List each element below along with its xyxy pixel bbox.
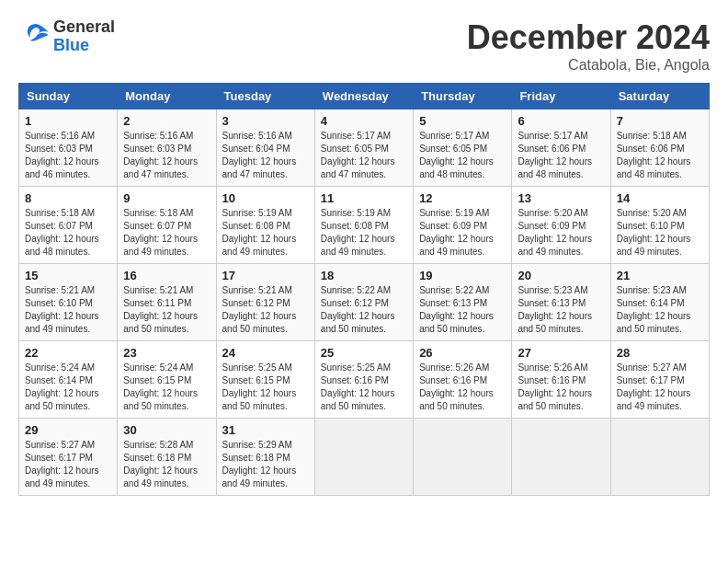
day-info: Sunrise: 5:29 AM Sunset: 6:18 PM Dayligh… [222, 439, 309, 490]
calendar-cell: 2Sunrise: 5:16 AM Sunset: 6:03 PM Daylig… [118, 109, 216, 187]
day-number: 27 [518, 346, 604, 360]
calendar-cell: 22Sunrise: 5:24 AM Sunset: 6:14 PM Dayli… [19, 341, 118, 419]
calendar-cell: 14Sunrise: 5:20 AM Sunset: 6:10 PM Dayli… [610, 187, 709, 264]
day-number: 13 [518, 191, 604, 205]
day-info: Sunrise: 5:20 AM Sunset: 6:10 PM Dayligh… [617, 207, 703, 259]
day-info: Sunrise: 5:16 AM Sunset: 6:03 PM Dayligh… [25, 130, 111, 181]
day-info: Sunrise: 5:18 AM Sunset: 6:06 PM Dayligh… [617, 130, 703, 181]
day-number: 4 [321, 114, 407, 128]
calendar-cell: 10Sunrise: 5:19 AM Sunset: 6:08 PM Dayli… [216, 187, 314, 264]
day-info: Sunrise: 5:28 AM Sunset: 6:18 PM Dayligh… [123, 439, 210, 490]
day-info: Sunrise: 5:27 AM Sunset: 6:17 PM Dayligh… [617, 362, 703, 413]
calendar-cell: 23Sunrise: 5:24 AM Sunset: 6:15 PM Dayli… [118, 341, 216, 419]
day-number: 31 [222, 423, 309, 437]
header-friday: Friday [512, 84, 610, 109]
calendar-row: 8Sunrise: 5:18 AM Sunset: 6:07 PM Daylig… [19, 187, 710, 264]
calendar-table: Sunday Monday Tuesday Wednesday Thursday… [18, 83, 710, 496]
day-info: Sunrise: 5:19 AM Sunset: 6:09 PM Dayligh… [419, 207, 506, 259]
calendar-cell [610, 419, 709, 496]
calendar-cell: 3Sunrise: 5:16 AM Sunset: 6:04 PM Daylig… [216, 109, 314, 187]
calendar-cell: 12Sunrise: 5:19 AM Sunset: 6:09 PM Dayli… [414, 187, 512, 264]
day-info: Sunrise: 5:24 AM Sunset: 6:14 PM Dayligh… [25, 362, 111, 413]
day-number: 29 [25, 423, 111, 437]
day-info: Sunrise: 5:23 AM Sunset: 6:13 PM Dayligh… [518, 284, 604, 336]
calendar-cell: 6Sunrise: 5:17 AM Sunset: 6:06 PM Daylig… [512, 109, 610, 187]
day-number: 14 [617, 191, 703, 205]
day-number: 7 [617, 114, 703, 128]
day-number: 21 [617, 269, 703, 282]
day-number: 30 [123, 423, 210, 437]
calendar-cell [512, 419, 610, 496]
calendar-cell: 9Sunrise: 5:18 AM Sunset: 6:07 PM Daylig… [118, 187, 216, 264]
calendar-cell: 25Sunrise: 5:25 AM Sunset: 6:16 PM Dayli… [314, 341, 413, 419]
calendar-cell: 7Sunrise: 5:18 AM Sunset: 6:06 PM Daylig… [610, 109, 709, 187]
day-number: 23 [123, 346, 210, 360]
day-number: 11 [321, 191, 407, 205]
calendar-cell: 8Sunrise: 5:18 AM Sunset: 6:07 PM Daylig… [19, 187, 118, 264]
day-number: 6 [518, 114, 604, 128]
day-info: Sunrise: 5:23 AM Sunset: 6:14 PM Dayligh… [617, 284, 703, 336]
calendar-row: 1Sunrise: 5:16 AM Sunset: 6:03 PM Daylig… [19, 109, 710, 187]
calendar-cell [414, 419, 512, 496]
day-number: 8 [25, 191, 111, 205]
day-info: Sunrise: 5:19 AM Sunset: 6:08 PM Dayligh… [321, 207, 407, 259]
calendar-cell: 16Sunrise: 5:21 AM Sunset: 6:11 PM Dayli… [118, 264, 216, 341]
header-saturday: Saturday [610, 84, 709, 109]
day-number: 24 [222, 346, 309, 360]
day-number: 9 [123, 191, 210, 205]
day-number: 1 [25, 114, 111, 128]
calendar-cell: 5Sunrise: 5:17 AM Sunset: 6:05 PM Daylig… [414, 109, 512, 187]
calendar-cell: 24Sunrise: 5:25 AM Sunset: 6:15 PM Dayli… [216, 341, 314, 419]
day-info: Sunrise: 5:21 AM Sunset: 6:10 PM Dayligh… [25, 284, 111, 336]
calendar-cell: 29Sunrise: 5:27 AM Sunset: 6:17 PM Dayli… [19, 419, 118, 496]
day-info: Sunrise: 5:19 AM Sunset: 6:08 PM Dayligh… [222, 207, 309, 259]
day-info: Sunrise: 5:22 AM Sunset: 6:13 PM Dayligh… [419, 284, 506, 336]
day-number: 26 [419, 346, 506, 360]
day-number: 15 [25, 269, 111, 282]
location-subtitle: Catabola, Bie, Angola [467, 57, 710, 74]
calendar-cell: 13Sunrise: 5:20 AM Sunset: 6:09 PM Dayli… [512, 187, 610, 264]
day-info: Sunrise: 5:24 AM Sunset: 6:15 PM Dayligh… [123, 362, 210, 413]
day-number: 20 [518, 269, 604, 282]
day-info: Sunrise: 5:17 AM Sunset: 6:05 PM Dayligh… [321, 130, 407, 181]
calendar-cell: 4Sunrise: 5:17 AM Sunset: 6:05 PM Daylig… [314, 109, 413, 187]
calendar-cell: 26Sunrise: 5:26 AM Sunset: 6:16 PM Dayli… [414, 341, 512, 419]
month-title: December 2024 [467, 18, 710, 57]
day-number: 2 [123, 114, 210, 128]
day-info: Sunrise: 5:17 AM Sunset: 6:06 PM Dayligh… [518, 130, 604, 181]
day-number: 17 [222, 269, 309, 282]
calendar-cell: 28Sunrise: 5:27 AM Sunset: 6:17 PM Dayli… [610, 341, 709, 419]
day-number: 25 [321, 346, 407, 360]
day-number: 18 [321, 269, 407, 282]
day-info: Sunrise: 5:16 AM Sunset: 6:04 PM Dayligh… [222, 130, 309, 181]
day-number: 16 [123, 269, 210, 282]
day-number: 22 [25, 346, 111, 360]
day-info: Sunrise: 5:22 AM Sunset: 6:12 PM Dayligh… [321, 284, 407, 336]
day-number: 12 [419, 191, 506, 205]
calendar-cell: 27Sunrise: 5:26 AM Sunset: 6:16 PM Dayli… [512, 341, 610, 419]
calendar-cell: 17Sunrise: 5:21 AM Sunset: 6:12 PM Dayli… [216, 264, 314, 341]
calendar-cell: 1Sunrise: 5:16 AM Sunset: 6:03 PM Daylig… [19, 109, 118, 187]
day-info: Sunrise: 5:18 AM Sunset: 6:07 PM Dayligh… [123, 207, 210, 259]
calendar-cell: 19Sunrise: 5:22 AM Sunset: 6:13 PM Dayli… [414, 264, 512, 341]
day-info: Sunrise: 5:27 AM Sunset: 6:17 PM Dayligh… [25, 439, 111, 490]
logo-text-line2: Blue [53, 37, 115, 55]
calendar-row: 29Sunrise: 5:27 AM Sunset: 6:17 PM Dayli… [19, 419, 710, 496]
logo-text-line1: General [53, 18, 115, 37]
day-info: Sunrise: 5:21 AM Sunset: 6:12 PM Dayligh… [222, 284, 309, 336]
day-info: Sunrise: 5:25 AM Sunset: 6:15 PM Dayligh… [222, 362, 309, 413]
calendar-cell: 30Sunrise: 5:28 AM Sunset: 6:18 PM Dayli… [118, 419, 216, 496]
header-monday: Monday [118, 84, 216, 109]
day-header-row: Sunday Monday Tuesday Wednesday Thursday… [19, 84, 710, 109]
title-block: December 2024 Catabola, Bie, Angola [467, 18, 710, 74]
logo-icon [22, 22, 50, 48]
calendar-cell [314, 419, 413, 496]
day-number: 5 [419, 114, 506, 128]
calendar-cell: 11Sunrise: 5:19 AM Sunset: 6:08 PM Dayli… [314, 187, 413, 264]
day-info: Sunrise: 5:16 AM Sunset: 6:03 PM Dayligh… [123, 130, 210, 181]
calendar-cell: 18Sunrise: 5:22 AM Sunset: 6:12 PM Dayli… [314, 264, 413, 341]
day-info: Sunrise: 5:17 AM Sunset: 6:05 PM Dayligh… [419, 130, 506, 181]
calendar-row: 15Sunrise: 5:21 AM Sunset: 6:10 PM Dayli… [19, 264, 710, 341]
day-info: Sunrise: 5:20 AM Sunset: 6:09 PM Dayligh… [518, 207, 604, 259]
day-number: 10 [222, 191, 309, 205]
